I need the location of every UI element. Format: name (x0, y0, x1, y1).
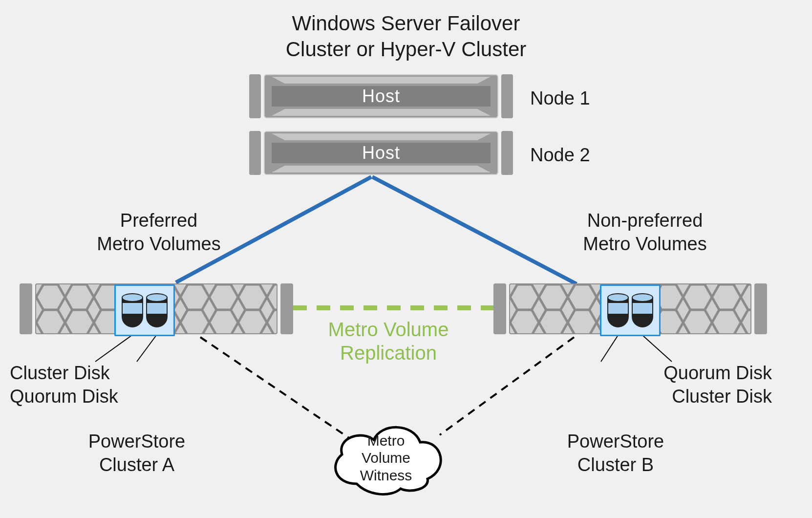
cluster-b-disk-labels: Quorum Disk Cluster Disk (606, 362, 772, 408)
node1-label: Node 1 (530, 87, 628, 110)
title-line2: Cluster or Hyper-V Cluster (286, 38, 526, 61)
host-label-2: Host (362, 143, 400, 163)
svg-line-1 (372, 177, 577, 284)
svg-line-6 (137, 335, 156, 362)
diagram-stage: Windows Server Failover Cluster or Hyper… (0, 0, 812, 518)
svg-line-5 (95, 335, 132, 362)
disk-icon (632, 293, 653, 327)
cluster-b-name: PowerStore Cluster B (542, 430, 689, 476)
host-node-1: Host (249, 74, 513, 118)
disk-icon (146, 293, 168, 327)
preferred-label: Preferred Metro Volumes (73, 209, 244, 256)
cluster-a-disk-labels: Cluster Disk Quorum Disk (10, 362, 156, 408)
cluster-a-name: PowerStore Cluster A (64, 430, 210, 476)
svg-line-8 (642, 335, 672, 362)
title-line1: Windows Server Failover (292, 12, 520, 35)
disk-icon (607, 293, 629, 327)
diagram-title: Windows Server Failover Cluster or Hyper… (0, 11, 812, 62)
host-label-1: Host (362, 86, 400, 107)
cluster-a-disks-icon (114, 284, 175, 336)
node2-label: Node 2 (530, 144, 628, 167)
witness-label: Metro Volume Witness (322, 432, 449, 484)
metro-volume-witness: Metro Volume Witness (322, 415, 449, 498)
disk-icon (122, 293, 143, 327)
cluster-b-disks-icon (600, 284, 661, 336)
svg-line-7 (601, 335, 618, 362)
nonpreferred-label: Non-preferred Metro Volumes (559, 209, 730, 256)
host-node-2: Host (249, 131, 513, 175)
replication-label: Metro Volume Replication (308, 318, 469, 365)
